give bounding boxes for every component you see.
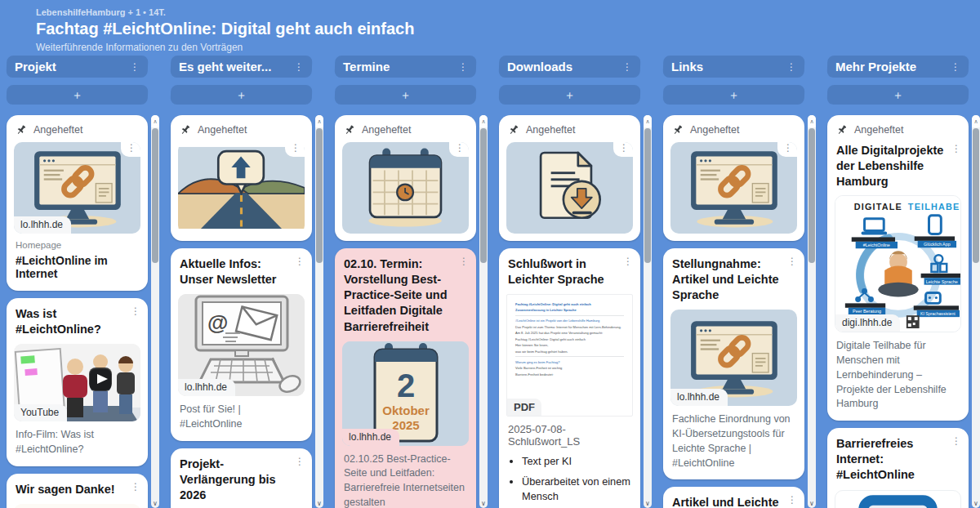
card-menu-icon[interactable]: ⋮ [623, 256, 633, 267]
card-menu-icon[interactable]: ⋮ [131, 481, 140, 492]
card-menu-icon[interactable]: ⋮ [131, 305, 140, 317]
card-menu-icon[interactable]: ⋮ [295, 456, 305, 467]
column-scrollbar[interactable]: ∧ ∨ [151, 115, 159, 508]
video-thumbnail[interactable]: YouTube [14, 344, 140, 421]
card-image: ⋮ [670, 142, 797, 234]
scrollbar-thumb[interactable] [808, 128, 815, 263]
card-menu-icon[interactable]: ⋮ [777, 142, 797, 157]
column-header-projekt[interactable]: Projekt ⋮ [7, 56, 149, 78]
scroll-down-icon[interactable]: ∨ [479, 500, 488, 507]
card-barrierefrei[interactable]: ⋮ Barrierefreies Internet: #LeichtOnline… [827, 428, 969, 508]
card-title: Was ist #LeichtOnline? [14, 305, 140, 344]
scroll-down-icon[interactable]: ∨ [151, 500, 159, 507]
pdf-filename: 2025-07-08-Schlußwort_LS [506, 417, 633, 449]
card-menu-icon[interactable]: ⋮ [787, 494, 797, 506]
collage-title-digitale: DIGITALE [854, 202, 902, 212]
scroll-up-icon[interactable]: ∧ [315, 115, 323, 127]
scrollbar-thumb[interactable] [973, 128, 979, 263]
calendar-icon [342, 142, 469, 234]
pdf-preview[interactable]: Fachtag #LeichtOnline: Digital geht auch… [506, 294, 633, 417]
card-title: Projekt-Verlängerung bis 2026 [178, 456, 305, 508]
column-header-links[interactable]: Links ⋮ [663, 56, 805, 78]
add-card-button[interactable]: + [827, 85, 969, 105]
link-badge: YouTube [14, 404, 67, 421]
scroll-down-icon[interactable]: ∨ [315, 500, 323, 507]
column-menu-icon[interactable]: ⋮ [294, 61, 304, 73]
link-preview-image: 2 Oktober 2025 lo.lhhh.de [342, 341, 469, 446]
column-menu-icon[interactable]: ⋮ [622, 61, 632, 73]
card-image: ⋮ [178, 142, 305, 234]
column-menu-icon[interactable]: ⋮ [786, 61, 796, 73]
card-artikel[interactable]: ⋮ Artikel und Leichte Sprache [663, 487, 804, 508]
add-card-button[interactable]: + [663, 85, 805, 105]
card-link-pinned[interactable]: Angeheftet ⋮ [663, 115, 804, 241]
column-scrollbar[interactable]: ∧ ∨ [644, 115, 652, 508]
card-danke[interactable]: ⋮ Wir sagen Danke! [7, 474, 148, 508]
card-menu-icon[interactable]: ⋮ [449, 142, 469, 157]
link-title[interactable]: #LeichtOnline im Internet [14, 250, 140, 283]
scroll-down-icon[interactable]: ∨ [972, 500, 980, 507]
column-downloads: Downloads ⋮ + Angeheftet ⋮ ⋮ Schlußwort … [499, 56, 652, 508]
column-header-termine[interactable]: Termine ⋮ [335, 56, 477, 78]
column-scrollbar[interactable]: ∧ ∨ [479, 115, 488, 508]
column-header-es-geht-weiter[interactable]: Es geht weiter... ⋮ [171, 56, 313, 78]
scrollbar-thumb[interactable] [644, 128, 651, 263]
scroll-down-icon[interactable]: ∨ [808, 500, 816, 507]
card-menu-icon[interactable]: ⋮ [951, 435, 961, 447]
card-image: ⋮ [506, 142, 633, 234]
card-road-pinned[interactable]: Angeheftet ⋮ [171, 115, 312, 241]
column-scrollbar[interactable]: ∧ ∨ [972, 115, 980, 508]
column-header-mehr-projekte[interactable]: Mehr Projekte ⋮ [827, 56, 969, 78]
add-card-button[interactable]: + [7, 85, 149, 105]
column-menu-icon[interactable]: ⋮ [951, 61, 960, 73]
card-title: 02.10. Termin: Vorstellung Best-Practice… [342, 256, 469, 341]
scroll-down-icon[interactable]: ∨ [644, 500, 652, 507]
column-projekt: Projekt ⋮ + Angeheftet ⋮ lo.lhhh.de Home… [7, 56, 159, 508]
scroll-up-icon[interactable]: ∧ [151, 115, 159, 127]
scroll-up-icon[interactable]: ∧ [644, 115, 652, 127]
document-download-icon [506, 142, 633, 234]
add-card-button[interactable]: + [171, 85, 313, 105]
card-termin-0210[interactable]: ⋮ 02.10. Termin: Vorstellung Best-Practi… [335, 248, 476, 508]
card-digitalprojekte-pinned[interactable]: Angeheftet ⋮ Alle Digitalprojekte der Le… [827, 115, 969, 421]
card-menu-icon[interactable]: ⋮ [295, 256, 305, 267]
scroll-up-icon[interactable]: ∧ [808, 115, 816, 127]
column-header-downloads[interactable]: Downloads ⋮ [499, 56, 641, 78]
scrollbar-thumb[interactable] [316, 128, 323, 263]
column-menu-icon[interactable]: ⋮ [458, 61, 468, 73]
scroll-up-icon[interactable]: ∧ [479, 115, 488, 127]
column-menu-icon[interactable]: ⋮ [130, 61, 140, 73]
digitale-teilhabe-collage-icon: DIGITALE TEILHABE #LeichtOnline [835, 196, 960, 332]
column-title: Links [671, 60, 703, 74]
card-menu-icon[interactable]: ⋮ [951, 143, 961, 154]
add-card-button[interactable]: + [499, 85, 641, 105]
card-menu-icon[interactable]: ⋮ [613, 142, 633, 157]
scrollbar-thumb[interactable] [480, 128, 487, 263]
pdf-badge: PDF [507, 399, 541, 416]
card-download-pinned[interactable]: Angeheftet ⋮ [499, 115, 640, 241]
add-card-button[interactable]: + [335, 85, 477, 105]
board-meta[interactable]: LebenshilfeHamburg + 1 • 14T. [36, 7, 980, 17]
card-stellungnahme[interactable]: ⋮ Stellungnahme: Artikel und Leichte Spr… [663, 248, 804, 479]
pin-icon [16, 124, 27, 136]
column-scrollbar[interactable]: ∧ ∨ [808, 115, 816, 508]
column-scrollbar[interactable]: ∧ ∨ [315, 115, 323, 508]
card-schlusswort[interactable]: ⋮ Schlußwort in Leichter Sprache Fachtag… [499, 248, 640, 508]
scroll-up-icon[interactable]: ∧ [972, 115, 980, 127]
card-calendar-pinned[interactable]: Angeheftet ⋮ [335, 115, 476, 241]
scrollbar-thumb[interactable] [152, 128, 158, 263]
card-menu-icon[interactable]: ⋮ [285, 142, 305, 157]
pin-icon [836, 124, 848, 136]
card-menu-icon[interactable]: ⋮ [787, 256, 797, 267]
card-menu-icon[interactable]: ⋮ [121, 142, 140, 157]
card-menu-icon[interactable]: ⋮ [459, 256, 469, 267]
qr-code-icon [906, 316, 920, 329]
card-video[interactable]: ⋮ Was ist #LeichtOnline? [7, 298, 148, 466]
card-homepage-pinned[interactable]: Angeheftet ⋮ lo.lhhh.de Homepage #Leicht… [7, 115, 148, 291]
card-verlaengerung[interactable]: ⋮ Projekt-Verlängerung bis 2026 Geförder… [171, 448, 312, 508]
card-newsletter[interactable]: ⋮ Aktuelle Infos: Unser Newsletter @ [171, 248, 312, 441]
laptop-heart-icon [835, 491, 960, 508]
column-mehr-projekte: Mehr Projekte ⋮ + Angeheftet ⋮ Alle Digi… [827, 56, 980, 508]
card-description: Digitale Teilhabe für Menschen mit Lernb… [835, 332, 961, 413]
pinned-label: Angeheftet [33, 124, 82, 136]
